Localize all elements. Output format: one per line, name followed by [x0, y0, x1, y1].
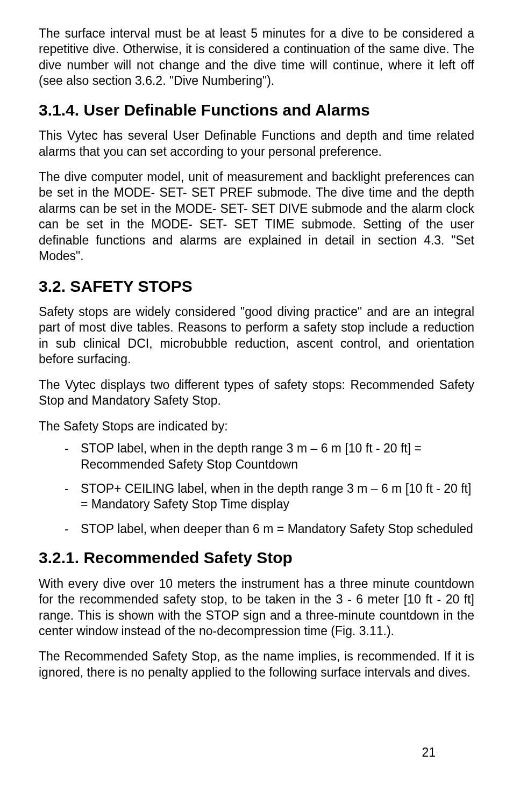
paragraph-3-2-1-b: The Recommended Safety Stop, as the name… — [39, 649, 474, 680]
heading-3-1-4: 3.1.4. User Definable Functions and Alar… — [39, 100, 474, 120]
list-item: STOP label, when deeper than 6 m = Manda… — [65, 521, 474, 537]
paragraph-3-1-4-b: The dive computer model, unit of measure… — [39, 169, 474, 264]
paragraph-intro: The surface interval must be at least 5 … — [39, 26, 474, 89]
paragraph-3-2-1-a: With every dive over 10 meters the instr… — [39, 576, 474, 639]
heading-3-2-1: 3.2.1. Recommended Safety Stop — [39, 548, 474, 568]
safety-stops-list: STOP label, when in the depth range 3 m … — [39, 441, 474, 537]
page-container: The surface interval must be at least 5 … — [39, 26, 474, 786]
paragraph-3-2-c: The Safety Stops are indicated by: — [39, 419, 474, 434]
heading-3-2: 3.2. SAFETY STOPS — [39, 276, 474, 297]
list-item: STOP label, when in the depth range 3 m … — [65, 441, 474, 472]
paragraph-3-2-b: The Vytec displays two different types o… — [39, 377, 474, 409]
paragraph-3-1-4-a: This Vytec has several User Definable Fu… — [39, 128, 474, 160]
list-item: STOP+ CEILING label, when in the depth r… — [65, 481, 474, 513]
paragraph-3-2-a: Safety stops are widely considered "good… — [39, 304, 474, 368]
page-number: 21 — [422, 745, 436, 760]
